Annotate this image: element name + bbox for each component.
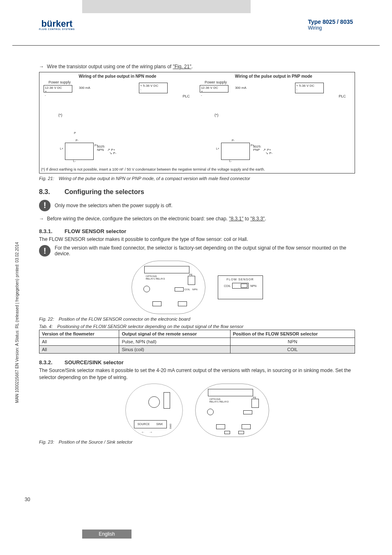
connector-icon xyxy=(221,143,250,160)
logo-tagline: FLUID CONTROL SYSTEMS xyxy=(39,28,75,30)
doc-type: Type 8025 / 8035 xyxy=(308,18,353,25)
fig21-caption: Fig. 21: Wiring of the pulse output in N… xyxy=(39,176,355,181)
page-number: 30 xyxy=(25,497,30,502)
npn-mode-diagram: Wiring of the pulse output in NPN mode P… xyxy=(41,74,194,162)
brand-logo: bürkert FLUID CONTROL SYSTEMS xyxy=(39,19,75,30)
pnp-mode-diagram: Wiring of the pulse output in PNP mode P… xyxy=(197,74,350,162)
warning-icon: ! xyxy=(39,245,51,257)
warning-8-3: ! Only move the selectors when the power… xyxy=(39,200,355,211)
switch-icon xyxy=(232,283,249,289)
heading-8-3-1: 8.3.1.FLOW SENSOR selector xyxy=(39,228,355,234)
fig22-caption: Fig. 22: Position of the FLOW SENSOR con… xyxy=(39,317,355,321)
electronic-board-icon: PE OPTIONS RELAY1 RELAY2 xyxy=(195,384,269,437)
flow-sensor-selector-detail: FLOW SENSOR COIL NPN xyxy=(218,275,263,299)
th-position: Position of the FLOW SENSOR selector xyxy=(230,330,355,338)
warning-icon: ! xyxy=(39,200,51,211)
footer-language: English xyxy=(82,530,131,539)
tab4-table: Version of the flowmeter Output signal o… xyxy=(39,330,355,354)
table-row: All Sinus (coil) COIL xyxy=(39,346,355,354)
link-831[interactable]: "8.3.1" xyxy=(229,216,243,222)
doc-section: Wiring xyxy=(308,25,353,31)
link-fig21[interactable]: "Fig. 21" xyxy=(173,64,191,69)
tab4-caption: Tab. 4: Positioning of the FLOW SENSOR s… xyxy=(39,324,355,329)
doc-identifier: Type 8025 / 8035 Wiring xyxy=(308,18,353,31)
th-version: Version of the flowmeter xyxy=(39,330,119,338)
before-wiring-note: Before wiring the device, configure the … xyxy=(39,215,355,222)
heading-8-3-2: 8.3.2.SOURCE/SINK selector xyxy=(39,359,355,365)
fig23-caption: Fig. 23: Position of the Source / Sink s… xyxy=(39,439,355,444)
fig23-row: SOURCE SINK ← → SW2 PE OPTIONS RELAY1 RE… xyxy=(39,384,355,437)
link-833[interactable]: "8.3.3" xyxy=(250,216,265,222)
warning-8-3-1: ! For the version with male fixed connec… xyxy=(39,245,355,257)
side-metadata: MAN 1000215667 EN Version: A Status: RL … xyxy=(15,242,19,403)
source-sink-zoom: SOURCE SINK ← → SW2 xyxy=(125,384,183,437)
figure-21-box: Wiring of the pulse output in NPN mode P… xyxy=(39,72,355,173)
th-output: Output signal of the remote sensor xyxy=(119,330,230,338)
table-row: All Pulse, NPN (hall) NPN xyxy=(39,338,355,346)
logo-text: bürkert xyxy=(39,19,75,28)
heading-8-3: 8.3.Configuring the selectors xyxy=(39,188,355,196)
sec831-body: The FLOW SENSOR selector makes it possib… xyxy=(39,236,355,243)
sec832-body: The Source/Sink selector makes it possib… xyxy=(39,367,355,381)
fig21-footnote: (*) If direct earthing is not possible, … xyxy=(41,167,353,171)
electronic-board-icon: PE OPTIONS RELAY1 RELAY2 COIL NPN xyxy=(131,261,205,314)
fig22-row: PE OPTIONS RELAY1 RELAY2 COIL NPN FLOW S… xyxy=(39,261,355,314)
intro-instruction: Wire the transistor output using one of … xyxy=(39,63,355,70)
connector-icon xyxy=(65,143,94,160)
source-sink-switch: SOURCE SINK xyxy=(134,420,167,428)
